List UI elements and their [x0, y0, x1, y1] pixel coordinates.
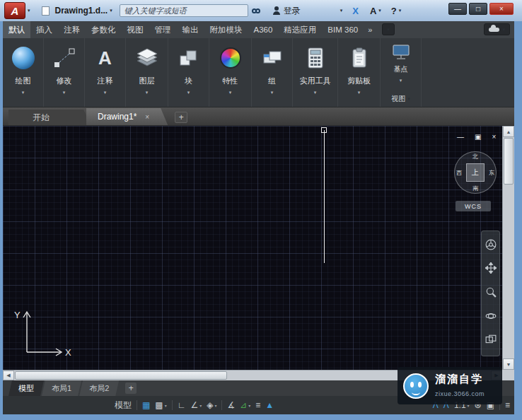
panel-draw[interactable]: 绘图 ▾ — [3, 38, 44, 107]
wcs-button[interactable]: WCS — [456, 201, 491, 211]
viewcube-east-label[interactable]: 东 — [489, 169, 494, 177]
scroll-down-icon[interactable]: ▼ — [503, 358, 514, 370]
panel-layers-label[interactable]: 图层 — [139, 76, 155, 86]
polar-tracking-control[interactable]: ∠▾ — [190, 401, 202, 409]
help-caret-icon[interactable]: ▾ — [399, 8, 402, 13]
ribbon-tab-bim360[interactable]: BIM 360 — [322, 21, 364, 38]
zoom-icon[interactable] — [485, 286, 497, 301]
polar-caret-icon[interactable]: ▾ — [199, 403, 202, 408]
panel-view[interactable]: 基点 ▾ 视图▾ — [381, 38, 422, 107]
isodraft-caret-icon[interactable]: ▾ — [214, 403, 216, 408]
model-space-toggle[interactable]: 模型 — [115, 399, 132, 412]
pan-icon[interactable] — [485, 262, 497, 276]
file-tab-close-icon[interactable]: × — [145, 113, 149, 121]
vertical-scrollbar-thumb[interactable] — [504, 138, 514, 185]
layout-tab-model[interactable]: 模型 — [8, 380, 44, 396]
drawn-line[interactable] — [324, 130, 325, 263]
ortho-mode-icon[interactable]: ∟ — [178, 401, 186, 409]
lineweight-icon[interactable]: ≡ — [255, 401, 260, 409]
panel-properties-label[interactable]: 特性 — [223, 76, 238, 86]
snap-caret-icon[interactable]: ▾ — [165, 403, 167, 408]
a360-icon[interactable]: A — [370, 6, 376, 16]
dynamic-input-icon[interactable]: ▲ — [265, 401, 274, 409]
panel-draw-label[interactable]: 绘图 — [16, 76, 31, 86]
ribbon-tab-a360[interactable]: A360 — [248, 21, 279, 38]
viewcube-south-label[interactable]: 南 — [472, 185, 478, 192]
showmotion-icon[interactable] — [485, 334, 497, 348]
drawing-close-icon[interactable]: × — [492, 133, 496, 141]
scroll-up-icon[interactable]: ▲ — [503, 126, 514, 137]
customization-menu-icon[interactable]: ≡ — [505, 401, 510, 409]
ribbon-tab-featured-apps[interactable]: 精选应用 — [278, 21, 322, 38]
panel-annotate[interactable]: A 注释 ▾ — [85, 38, 126, 107]
panel-clipboard[interactable]: 剪贴板 ▾ — [338, 38, 381, 107]
drawing-canvas[interactable]: — ▣ × 北 南 西 东 上 WCS — [3, 126, 502, 370]
osnap-caret-icon[interactable]: ▾ — [248, 403, 250, 408]
a360-sync-button[interactable]: ▾ — [484, 23, 510, 35]
panel-block-label[interactable]: 块 — [185, 76, 192, 86]
viewcube-west-label[interactable]: 西 — [456, 169, 462, 177]
panel-groups-caret-icon[interactable]: ▾ — [271, 90, 274, 95]
object-snap-control[interactable]: ⊿▾ — [240, 401, 250, 409]
new-drawing-tab-button[interactable]: + — [175, 112, 187, 123]
panel-annotate-label[interactable]: 注释 — [98, 76, 113, 86]
exchange-apps-icon[interactable]: X — [352, 6, 359, 16]
maximize-button[interactable]: □ — [469, 3, 487, 15]
search-binoculars-icon[interactable] — [253, 8, 260, 13]
panel-clipboard-label[interactable]: 剪贴板 — [347, 76, 371, 86]
object-snap-icon[interactable]: ⊿ — [240, 401, 247, 409]
help-icon[interactable]: ? — [391, 6, 397, 16]
panel-clipboard-caret-icon[interactable]: ▾ — [358, 90, 361, 95]
horizontal-scrollbar-thumb[interactable] — [15, 371, 227, 380]
ribbon-tab-output[interactable]: 输出 — [177, 21, 204, 38]
panel-block[interactable]: 块 ▾ — [168, 38, 209, 107]
panel-layers-caret-icon[interactable]: ▾ — [146, 90, 149, 95]
qat-drawing-icon[interactable] — [42, 6, 50, 16]
panel-utilities-label[interactable]: 实用工具 — [300, 76, 331, 86]
isodraft-icon[interactable]: ◈ — [207, 401, 213, 409]
scroll-left-icon[interactable]: ◀ — [3, 371, 14, 380]
snap-mode-control[interactable]: ▩▾ — [155, 401, 166, 409]
panel-utilities-caret-icon[interactable]: ▾ — [314, 90, 317, 95]
panel-properties[interactable]: 特性 ▾ — [209, 38, 252, 107]
layout-tab-layout2[interactable]: 布局2 — [79, 380, 119, 396]
ribbon-tab-insert[interactable]: 插入 — [30, 21, 58, 38]
ribbon-tab-addins[interactable]: 附加模块 — [204, 21, 248, 38]
file-tab-drawing1[interactable]: Drawing1* × — [86, 108, 168, 125]
viewcube-north-label[interactable]: 北 — [472, 153, 478, 161]
panel-modify[interactable]: 修改 ▾ — [44, 38, 85, 107]
panel-annotate-caret-icon[interactable]: ▾ — [104, 90, 107, 95]
ribbon-minimize-button[interactable]: ▾ — [382, 23, 395, 35]
snap-mode-icon[interactable]: ▩ — [155, 401, 163, 409]
object-snap-tracking-icon[interactable]: ∡ — [227, 401, 235, 409]
panel-block-caret-icon[interactable]: ▾ — [187, 90, 190, 95]
ribbon-tab-manage[interactable]: 管理 — [149, 21, 177, 38]
isodraft-control[interactable]: ◈▾ — [207, 401, 216, 409]
qat-customize-icon[interactable]: ▾ — [110, 8, 112, 13]
panel-modify-label[interactable]: 修改 — [57, 76, 72, 86]
layout-tab-layout1[interactable]: 布局1 — [42, 380, 81, 396]
signin-caret-icon[interactable]: ▾ — [340, 8, 343, 13]
panel-layers[interactable]: 图层 ▾ — [126, 38, 168, 107]
ribbon-tab-parametric[interactable]: 参数化 — [86, 21, 122, 38]
viewcube-top-face[interactable]: 上 — [466, 163, 485, 182]
panel-properties-caret-icon[interactable]: ▾ — [229, 90, 232, 95]
minimize-button[interactable]: — — [448, 3, 467, 15]
base-button-label[interactable]: 基点 — [394, 64, 408, 74]
ribbon-tab-annotate[interactable]: 注释 — [58, 21, 86, 38]
grid-display-icon[interactable]: ▦ — [142, 401, 150, 409]
file-tab-start[interactable]: 开始 — [8, 110, 91, 125]
navigation-wheel-icon[interactable] — [485, 239, 497, 253]
panel-modify-caret-icon[interactable]: ▾ — [63, 90, 66, 95]
viewcube[interactable]: 北 南 西 东 上 — [454, 151, 497, 194]
drawing-minimize-icon[interactable]: — — [457, 133, 464, 141]
base-button-caret-icon[interactable]: ▾ — [400, 78, 402, 83]
ribbon-tab-view[interactable]: 视图 — [122, 21, 149, 38]
close-button[interactable]: × — [489, 3, 514, 15]
polar-tracking-icon[interactable]: ∠ — [190, 401, 198, 409]
panel-view-title[interactable]: 视图▾ — [391, 94, 410, 104]
panel-groups-label[interactable]: 组 — [268, 76, 276, 86]
orbit-icon[interactable] — [485, 310, 497, 325]
signin-link[interactable]: 登录 — [284, 5, 301, 17]
new-layout-button[interactable]: + — [125, 383, 137, 394]
